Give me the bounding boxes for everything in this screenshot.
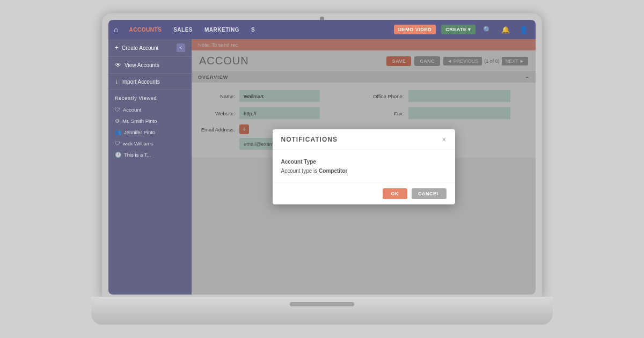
view-accounts-label: View Accounts — [125, 62, 159, 68]
notifications-modal: NOTIFICATIONS × Account Type Account typ… — [273, 129, 455, 204]
modal-ok-button[interactable]: OK — [383, 188, 408, 199]
modal-footer: OK CANCEL — [273, 182, 455, 204]
sidebar: + Create Account < 👁 View Accounts ↓ Imp… — [108, 39, 192, 295]
modal-field-value-bold: Competitor — [319, 168, 347, 174]
jennifer-icon: 👥 — [115, 129, 121, 135]
import-accounts-label: Import Accounts — [121, 79, 160, 85]
recent-item-wick[interactable]: 🛡 wick Williams — [108, 138, 192, 149]
home-icon[interactable]: ⌂ — [114, 25, 118, 34]
nav-link-marketing[interactable]: MARKETING — [201, 26, 243, 34]
app: ⌂ ACCOUNTS SALES MARKETING S DEMO VIDEO … — [108, 20, 536, 295]
modal-cancel-button[interactable]: CANCEL — [412, 188, 447, 199]
laptop-base — [91, 297, 553, 325]
content-area: Note: To send rec ACCOUN SAVE CANC ◄ PRE… — [192, 39, 536, 295]
create-icon: + — [115, 44, 119, 52]
recent-item-this-label: This is a T... — [124, 152, 151, 158]
view-icon: 👁 — [115, 61, 121, 69]
recently-viewed-label: Recently Viewed — [108, 90, 192, 104]
modal-overlay: NOTIFICATIONS × Account Type Account typ… — [192, 39, 536, 295]
recent-item-account[interactable]: 🛡 Account — [108, 104, 192, 115]
recent-item-this[interactable]: 🕐 This is a T... — [108, 149, 192, 160]
import-icon: ↓ — [115, 78, 118, 85]
recent-item-account-label: Account — [123, 107, 141, 113]
laptop-screen-outer: ⌂ ACCOUNTS SALES MARKETING S DEMO VIDEO … — [102, 13, 542, 298]
view-accounts-action[interactable]: 👁 View Accounts — [108, 57, 192, 74]
search-icon[interactable]: 🔍 — [481, 25, 494, 35]
sidebar-collapse[interactable]: < — [177, 43, 185, 52]
nav-link-s[interactable]: S — [248, 26, 258, 34]
create-account-label: Create Account — [122, 45, 158, 51]
notifications-icon[interactable]: 🔔 — [499, 25, 512, 35]
nav-link-accounts[interactable]: ACCOUNTS — [126, 26, 165, 34]
create-button[interactable]: CREATE ▾ — [441, 25, 475, 34]
laptop-screen-inner: ⌂ ACCOUNTS SALES MARKETING S DEMO VIDEO … — [108, 20, 536, 295]
laptop-shell: ⌂ ACCOUNTS SALES MARKETING S DEMO VIDEO … — [91, 13, 553, 325]
account-icon: 🛡 — [115, 107, 120, 113]
modal-title: NOTIFICATIONS — [281, 136, 338, 143]
recent-item-jennifer-label: Jennifer Pinto — [124, 129, 155, 135]
user-icon[interactable]: 👤 — [517, 25, 530, 35]
main-layout: + Create Account < 👁 View Accounts ↓ Imp… — [108, 39, 536, 295]
demo-video-button[interactable]: DEMO VIDEO — [394, 25, 436, 34]
top-nav: ⌂ ACCOUNTS SALES MARKETING S DEMO VIDEO … — [108, 20, 536, 39]
modal-header: NOTIFICATIONS × — [273, 129, 455, 150]
recent-item-wick-label: wick Williams — [123, 141, 153, 146]
import-accounts-action[interactable]: ↓ Import Accounts — [108, 74, 192, 90]
modal-field-label: Account Type — [281, 159, 447, 165]
smith-icon: ⚙ — [115, 118, 120, 124]
wick-icon: 🛡 — [115, 141, 120, 146]
create-account-action[interactable]: + Create Account < — [108, 39, 192, 57]
modal-body: Account Type Account type is Competitor — [273, 150, 455, 182]
this-icon: 🕐 — [115, 152, 121, 158]
modal-field-value-prefix: Account type is — [281, 168, 319, 174]
modal-close-button[interactable]: × — [442, 136, 446, 143]
recent-item-smith-label: Mr. Smith Pinto — [122, 118, 157, 124]
modal-field-value: Account type is Competitor — [281, 168, 447, 174]
recent-item-smith[interactable]: ⚙ Mr. Smith Pinto — [108, 115, 192, 127]
nav-link-sales[interactable]: SALES — [170, 26, 196, 34]
recent-item-jennifer[interactable]: 👥 Jennifer Pinto — [108, 127, 192, 138]
